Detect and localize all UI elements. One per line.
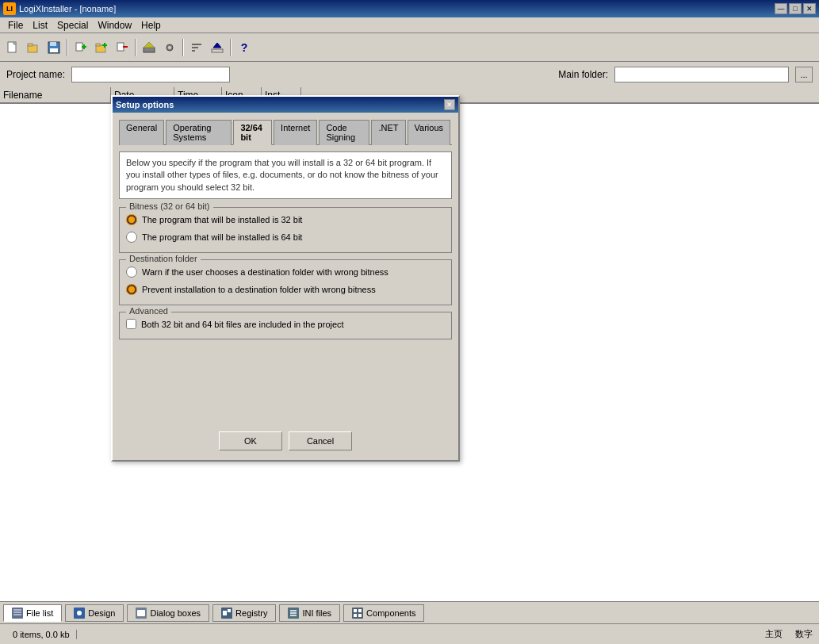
sort-button[interactable] [187, 38, 206, 57]
bitness-32-row: The program that will be installed is 32… [126, 211, 445, 228]
menu-list[interactable]: List [28, 18, 52, 33]
destination-prevent-row: Prevent installation to a destination fo… [126, 281, 445, 298]
project-name-input[interactable] [71, 67, 230, 82]
title-bar-left: LI LogiXInstaller - [noname] [3, 2, 116, 15]
tab-design[interactable]: Design [65, 604, 124, 622]
svg-rect-14 [117, 43, 124, 51]
bitness-32-label: The program that will be installed is 32… [142, 215, 302, 224]
tab-file-list-label: File list [26, 608, 53, 618]
dialog-title-bar: Setup options ✕ [113, 97, 458, 113]
tab-operating-systems[interactable]: Operating Systems [166, 120, 232, 145]
tab-dialog-boxes-label: Dialog boxes [150, 608, 201, 618]
status-middle: 主页 [765, 628, 783, 640]
maximize-button[interactable]: □ [789, 3, 802, 14]
tab-components-label: Components [366, 608, 415, 618]
info-box: Below you specify if the program that yo… [119, 151, 452, 199]
svg-rect-32 [137, 610, 145, 616]
advanced-group: Advanced Both 32 bit and 64 bit files ar… [119, 312, 452, 339]
tab-internet[interactable]: Internet [274, 120, 317, 145]
main-area: Filename Date Time Icon Inst Setup optio… [0, 87, 819, 601]
build-button[interactable] [140, 38, 159, 57]
file-list-icon [12, 608, 23, 619]
tab-components[interactable]: Components [343, 604, 424, 622]
advanced-checkbox-row: Both 32 bit and 64 bit files are include… [126, 316, 445, 332]
app-icon: LI [3, 2, 16, 15]
dialog-overlay: Setup options ✕ General Operating System… [0, 87, 819, 601]
menu-special[interactable]: Special [52, 18, 93, 33]
svg-rect-16 [144, 48, 155, 52]
settings-button[interactable] [160, 38, 179, 57]
tab-32-64-bit[interactable]: 32/64 bit [233, 120, 272, 145]
bitness-32-radio[interactable] [126, 214, 137, 225]
ini-files-icon [288, 608, 299, 619]
destination-warn-row: Warn if the user chooses a destination f… [126, 263, 445, 281]
svg-rect-7 [76, 43, 82, 51]
svg-rect-11 [96, 44, 100, 46]
svg-rect-25 [12, 608, 23, 619]
title-bar-title: LogiXInstaller - [noname] [19, 4, 116, 13]
design-icon [74, 608, 85, 619]
destination-prevent-radio[interactable] [126, 284, 137, 295]
menu-window[interactable]: Window [93, 18, 136, 33]
svg-rect-43 [354, 614, 357, 617]
components-icon [352, 608, 363, 619]
open-button[interactable] [24, 38, 43, 57]
add-file-button[interactable] [71, 38, 90, 57]
svg-rect-34 [223, 611, 227, 615]
tab-dotnet[interactable]: .NET [371, 120, 405, 145]
svg-marker-24 [213, 43, 221, 48]
toolbar-separator-2 [135, 39, 136, 56]
save-button[interactable] [44, 38, 63, 57]
minimize-button[interactable]: — [775, 3, 787, 14]
menu-file[interactable]: File [3, 18, 28, 33]
tab-ini-files-label: INI files [302, 608, 331, 618]
title-bar-controls: — □ ✕ [775, 3, 816, 14]
dialog-footer: OK Cancel [119, 425, 452, 454]
destination-warn-radio[interactable] [126, 266, 137, 278]
svg-rect-6 [50, 48, 58, 52]
menu-help[interactable]: Help [136, 18, 166, 33]
bitness-64-radio[interactable] [126, 232, 137, 243]
tab-dialog-boxes[interactable]: Dialog boxes [127, 604, 209, 622]
toolbar-separator-3 [182, 39, 184, 56]
cancel-button[interactable]: Cancel [289, 431, 352, 450]
dialog-close-button[interactable]: ✕ [444, 99, 455, 110]
status-items: 0 items, 0.0 kb [6, 630, 77, 639]
help-button[interactable]: ? [235, 38, 254, 57]
registry-icon [221, 608, 232, 619]
project-bar: Project name: Main folder: ... [0, 62, 819, 87]
toolbar-separator-4 [230, 39, 232, 56]
tab-file-list[interactable]: File list [3, 604, 62, 622]
setup-options-dialog: Setup options ✕ General Operating System… [111, 95, 460, 462]
tab-various[interactable]: Various [408, 120, 450, 145]
new-button[interactable] [3, 38, 22, 57]
svg-rect-44 [358, 614, 362, 617]
tab-design-label: Design [88, 608, 115, 618]
dialog-spacer [119, 346, 452, 425]
both-bitness-label: Both 32 bit and 64 bit files are include… [141, 320, 344, 329]
svg-marker-17 [144, 42, 155, 48]
tab-ini-files[interactable]: INI files [279, 604, 340, 622]
tab-code-signing[interactable]: Code Signing [319, 120, 369, 145]
tab-bar: General Operating Systems 32/64 bit Inte… [119, 119, 452, 145]
remove-button[interactable] [113, 38, 132, 57]
add-folder-button[interactable] [92, 38, 111, 57]
toolbar-separator-1 [67, 39, 68, 56]
bottom-tabs: File list Design Dialog boxes Registry I… [0, 601, 819, 623]
tab-registry[interactable]: Registry [212, 604, 276, 622]
close-button[interactable]: ✕ [803, 3, 816, 14]
svg-rect-42 [358, 609, 362, 612]
destination-group-label: Destination folder [126, 254, 201, 263]
main-folder-input[interactable] [614, 67, 789, 82]
bitness-group: Bitness (32 or 64 bit) The program that … [119, 207, 452, 253]
toolbar: ? [0, 33, 819, 62]
tab-general[interactable]: General [119, 120, 164, 145]
status-right-label: 数字 [795, 628, 813, 640]
export-button[interactable] [208, 38, 227, 57]
info-text: Below you specify if the program that yo… [126, 158, 438, 192]
browse-button[interactable]: ... [795, 67, 813, 82]
svg-rect-3 [28, 44, 33, 46]
bitness-64-row: The program that will be installed is 64… [126, 228, 445, 246]
ok-button[interactable]: OK [219, 431, 282, 450]
both-bitness-checkbox[interactable] [126, 319, 136, 329]
